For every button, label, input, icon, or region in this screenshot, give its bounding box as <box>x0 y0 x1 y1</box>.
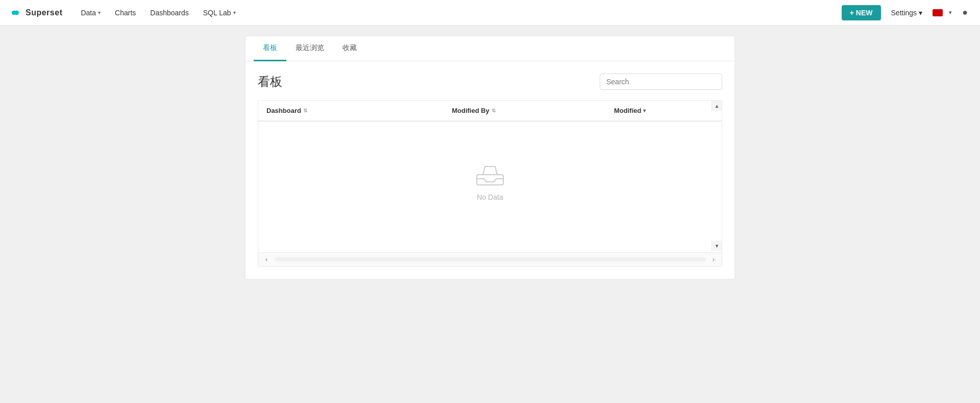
scroll-up-button[interactable]: ▲ <box>712 101 722 111</box>
tab-favorites[interactable]: 收藏 <box>333 36 366 61</box>
nav-dashboards[interactable]: Dashboards <box>144 5 195 21</box>
table-empty-row: No Data <box>258 121 722 252</box>
tab-recent[interactable]: 最近浏览 <box>286 36 333 61</box>
dashboard-sort-icon: ⇅ <box>303 108 307 113</box>
empty-state: No Data <box>258 122 722 252</box>
table-header-row: Dashboard ⇅ Modified By ⇅ <box>258 101 722 121</box>
modified-by-sort-icon: ⇅ <box>492 108 496 113</box>
data-chevron-icon: ▾ <box>98 10 101 15</box>
svg-rect-0 <box>477 175 503 185</box>
hscroll-bar: ‹ › <box>258 252 722 266</box>
table-container: ▲ Dashboard ⇅ <box>258 100 722 267</box>
nav-items: Data ▾ Charts Dashboards SQL Lab ▾ <box>75 5 841 21</box>
scroll-left-button[interactable]: ‹ <box>262 255 271 264</box>
scroll-down-button[interactable]: ▼ <box>712 241 722 251</box>
new-button[interactable]: + NEW <box>842 5 881 20</box>
nav-sql-lab[interactable]: SQL Lab ▾ <box>197 5 242 21</box>
col-header-modified[interactable]: Modified ▾ <box>606 101 722 121</box>
tabs-row: 看板 最近浏览 收藏 <box>246 36 734 61</box>
inner-content: 看板 ▲ Dashboard <box>246 61 734 267</box>
navbar-right: + NEW Settings ▾ ▾ ● <box>842 5 972 20</box>
brand-logo-icon <box>8 8 22 17</box>
modified-sort-icon: ▾ <box>643 108 646 113</box>
col-header-modified-by[interactable]: Modified By ⇅ <box>444 101 606 121</box>
page-content: 看板 最近浏览 收藏 看板 ▲ <box>0 26 980 403</box>
tab-kanban[interactable]: 看板 <box>254 36 286 61</box>
scroll-right-button[interactable]: › <box>709 255 718 264</box>
data-table: Dashboard ⇅ Modified By ⇅ <box>258 101 722 252</box>
page-title: 看板 <box>258 74 282 90</box>
main-card: 看板 最近浏览 收藏 看板 ▲ <box>245 36 735 279</box>
nav-charts[interactable]: Charts <box>109 5 142 21</box>
hscroll-track <box>275 257 705 262</box>
brand-name: Superset <box>26 8 62 17</box>
search-wrapper <box>600 74 722 90</box>
header-row: 看板 <box>258 74 722 90</box>
table-body: No Data <box>258 121 722 252</box>
col-header-dashboard[interactable]: Dashboard ⇅ <box>258 101 444 121</box>
language-flag-icon[interactable] <box>933 9 943 16</box>
table-header: Dashboard ⇅ Modified By ⇅ <box>258 101 722 121</box>
user-icon[interactable]: ● <box>958 5 972 20</box>
no-data-icon <box>475 162 505 187</box>
search-input[interactable] <box>600 74 722 90</box>
nav-data[interactable]: Data ▾ <box>75 5 107 21</box>
sql-lab-chevron-icon: ▾ <box>233 10 236 15</box>
settings-button[interactable]: Settings ▾ <box>887 6 927 20</box>
no-data-text: No Data <box>477 193 503 201</box>
language-chevron-icon[interactable]: ▾ <box>949 9 952 16</box>
navbar: Superset Data ▾ Charts Dashboards SQL La… <box>0 0 980 26</box>
brand-logo-link[interactable]: Superset <box>8 8 62 17</box>
settings-chevron-icon: ▾ <box>919 9 922 17</box>
